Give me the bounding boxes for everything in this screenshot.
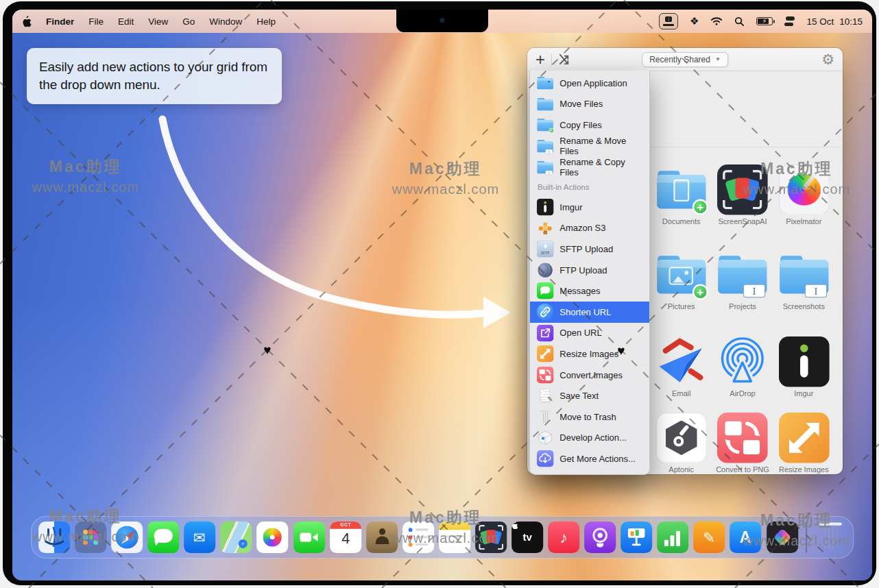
dock-item-pages[interactable]: ✎	[694, 522, 725, 553]
action-menu-item-resize-images[interactable]: Resize Images	[530, 343, 649, 365]
spotlight-search-icon[interactable]	[734, 16, 745, 27]
macbook-screenshot: Finder FileEditViewGoWindowHelp ↓ ❖	[0, 0, 879, 588]
grid-item-imgur[interactable]: Imgur	[773, 335, 834, 411]
action-menu-item-open-application[interactable]: ▲Open Application	[530, 73, 649, 94]
folder-field-icon: I	[537, 138, 553, 154]
action-grid: +DocumentsScreenSnapAIPixelmator+Picture…	[651, 163, 834, 482]
trash-icon	[537, 408, 553, 425]
action-menu-item-convert-images[interactable]: Convert Images	[530, 365, 649, 386]
grid-item-resize-images[interactable]: Resize Images	[773, 411, 834, 482]
menu-bar-menus: FileEditViewGoWindowHelp	[88, 16, 276, 27]
grid-item-documents[interactable]: +Documents	[651, 163, 712, 248]
dock-item-app-store[interactable]: A	[730, 522, 762, 553]
action-menu-item-rename-move-files[interactable]: IRename & Move Files	[530, 136, 649, 157]
grid-item-airdrop[interactable]: AirDrop	[712, 335, 773, 411]
action-menu-item-shorten-url[interactable]: Shorten URL	[530, 302, 649, 323]
menu-bar-clock[interactable]: 15 Oct 10:15	[806, 16, 863, 27]
grid-item-label: Resize Images	[779, 465, 829, 474]
dock-item-podcasts[interactable]	[584, 522, 616, 553]
action-menu-item-move-files[interactable]: Move Files	[530, 94, 649, 115]
dock-item-facetime[interactable]	[293, 522, 325, 553]
action-menu-item-get-more-actions[interactable]: Get More Actions...	[530, 448, 649, 469]
dock-item-finder[interactable]	[38, 522, 70, 553]
grid-item-projects[interactable]: IProjects	[712, 248, 773, 335]
menu-go[interactable]: Go	[182, 16, 195, 27]
mail-icon: ✉	[184, 522, 215, 553]
finder-icon	[38, 522, 70, 553]
action-menu-item-label: Shorten URL	[559, 307, 611, 317]
control-center-icon[interactable]	[784, 16, 795, 26]
folder-field-icon: I	[779, 249, 830, 300]
calendar-icon: OCT4	[330, 522, 361, 553]
menu-file[interactable]: File	[88, 16, 104, 27]
settings-gear-icon[interactable]: ⚙	[821, 51, 834, 68]
apple-menu-icon[interactable]	[22, 16, 32, 27]
menu-help[interactable]: Help	[256, 16, 276, 27]
dock-item-keynote[interactable]	[621, 522, 652, 553]
resize-icon	[779, 413, 830, 463]
dock-item-screensnapai[interactable]	[475, 522, 507, 553]
action-menu-item-label: Imgur	[559, 202, 582, 212]
dock-item-launchpad[interactable]	[75, 522, 106, 553]
dock-item-pixelmator-pro[interactable]	[767, 522, 798, 553]
dock-item-music[interactable]: ♪	[548, 522, 579, 553]
grid-item-label: Aptonic	[669, 465, 694, 474]
dock-item-contacts[interactable]	[366, 522, 398, 553]
action-menu-item-copy-files[interactable]: +Copy Files	[530, 114, 649, 136]
grid-item-pictures[interactable]: +Pictures	[651, 248, 712, 335]
customize-arrows-icon[interactable]	[558, 53, 571, 66]
grid-item-label: Projects	[729, 302, 756, 310]
grid-item-screenshots[interactable]: IScreenshots	[773, 248, 834, 335]
dock-item-mail[interactable]: ✉	[184, 522, 215, 553]
dropzone-tray-icon[interactable]: ↓	[659, 13, 678, 29]
folder-field-icon: I	[537, 159, 553, 175]
add-action-button[interactable]: +	[535, 49, 545, 70]
action-menu-item-develop-action[interactable]: Develop Action...	[530, 428, 649, 449]
action-menu-item-save-text[interactable]: ✎Save Text	[530, 385, 649, 406]
messages-icon	[147, 522, 179, 553]
onboarding-callout-text: Easily add new actions to your grid from…	[39, 60, 267, 92]
sftp-icon: SFTP	[537, 241, 553, 257]
messages-icon	[537, 282, 553, 299]
battery-charging-icon[interactable]: ⚡	[756, 17, 773, 25]
action-menu-item-move-to-trash[interactable]: Move to Trash	[530, 406, 649, 428]
menu-edit[interactable]: Edit	[118, 16, 134, 27]
action-menu-item-open-url[interactable]: Open URL	[530, 323, 649, 344]
action-menu-item-label: Messages	[559, 286, 600, 296]
grid-item-convert-to-png[interactable]: Convert to PNG	[712, 411, 773, 482]
dock-item-calendar[interactable]: OCT4	[330, 522, 361, 553]
dock-item-photos[interactable]	[257, 522, 289, 553]
dock-item-messages[interactable]	[147, 522, 179, 553]
action-menu-item-amazon-s3[interactable]: Amazon S3	[530, 218, 649, 239]
action-menu-item-imgur[interactable]: Imgur	[530, 197, 649, 218]
dock-item-maps[interactable]: ➢	[221, 522, 252, 553]
grid-separator	[649, 147, 842, 147]
view-selector-dropdown[interactable]: Recently Shared ▼	[642, 52, 728, 67]
dock-item-safari[interactable]	[111, 522, 143, 553]
grid-item-email[interactable]: Email	[651, 335, 712, 411]
grid-item-screensnapai[interactable]: ScreenSnapAI	[712, 163, 773, 248]
grid-item-pixelmator[interactable]: Pixelmator	[773, 163, 834, 248]
action-menu-item-label: Copy Files	[559, 120, 601, 130]
menu-view[interactable]: View	[148, 16, 168, 27]
dock-item-numbers[interactable]	[657, 522, 688, 553]
ftp-icon	[537, 262, 553, 278]
dropbox-icon[interactable]: ❖	[690, 15, 699, 27]
develop-icon	[537, 430, 553, 446]
convert-icon	[537, 367, 553, 383]
action-menu-item-sftp-upload[interactable]: SFTPSFTP Upload	[530, 238, 649, 260]
action-menu-item-rename-copy-files[interactable]: IRename & Copy Files	[530, 156, 649, 177]
dock-item-apple-tv[interactable]: tv	[511, 522, 543, 553]
macbook-bezel: Finder FileEditViewGoWindowHelp ↓ ❖	[3, 1, 876, 585]
action-menu-item-ftp-upload[interactable]: FTP Upload	[530, 260, 649, 281]
dock-item-notes[interactable]	[439, 522, 470, 553]
dock-item-trash[interactable]	[815, 522, 846, 553]
action-menu-item-messages[interactable]: Messages	[530, 280, 649, 302]
menu-app-name[interactable]: Finder	[46, 16, 74, 27]
airdrop-icon	[717, 336, 768, 387]
dock-item-reminders[interactable]	[402, 522, 434, 553]
action-menu-item-label: FTP Upload	[559, 265, 607, 275]
wifi-icon[interactable]	[710, 16, 723, 26]
grid-item-aptonic[interactable]: Aptonic	[651, 411, 712, 482]
menu-window[interactable]: Window	[209, 16, 242, 27]
